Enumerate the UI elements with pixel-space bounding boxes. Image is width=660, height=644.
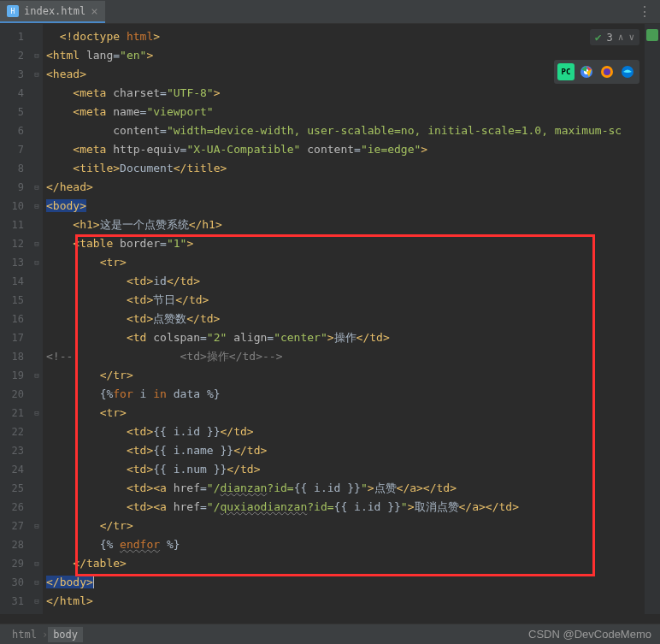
chrome-icon[interactable] xyxy=(578,63,595,80)
pycharm-icon[interactable]: PC xyxy=(557,63,575,80)
breadcrumb-body[interactable]: body xyxy=(48,627,83,642)
fold-end-icon[interactable]: ⊟ xyxy=(34,597,38,606)
fold-icon[interactable]: ⊟ xyxy=(34,202,38,210)
fold-icon[interactable]: ⊟ xyxy=(34,51,38,60)
inspection-count: 3 xyxy=(607,32,613,44)
firefox-icon[interactable] xyxy=(598,63,616,80)
check-icon: ✔ xyxy=(595,31,602,44)
close-icon[interactable]: × xyxy=(91,4,97,18)
fold-gutter: ⊟⊟⊟⊟⊟⊟⊟⊟⊟⊟⊟⊟ xyxy=(31,24,43,614)
edge-icon[interactable] xyxy=(619,63,636,80)
fold-end-icon[interactable]: ⊟ xyxy=(34,578,38,587)
tab-menu-icon[interactable]: ⋮ xyxy=(634,3,655,20)
breadcrumb-html[interactable]: html xyxy=(7,627,42,642)
code-content[interactable]: <!doctype html> <html lang="en"> <head> … xyxy=(43,24,660,614)
inspection-widget[interactable]: ✔ 3 ∧ ∨ xyxy=(590,29,639,45)
fold-end-icon[interactable]: ⊟ xyxy=(34,559,38,568)
html-file-icon: H xyxy=(7,5,19,17)
svg-point-5 xyxy=(604,68,610,75)
chevron-up-icon[interactable]: ∧ xyxy=(618,32,624,43)
tab-bar: H index.html × ⋮ xyxy=(0,0,660,24)
chevron-right-icon: › xyxy=(42,629,48,641)
tab-label: index.html xyxy=(24,5,85,17)
chevron-down-icon[interactable]: ∨ xyxy=(628,32,634,43)
watermark-text: CSDN @DevCodeMemo xyxy=(528,628,651,641)
breadcrumb-bar: html › body CSDN @DevCodeMemo xyxy=(0,623,660,644)
code-editor[interactable]: 1234567891011121314151617181920212223242… xyxy=(0,24,660,614)
file-tab[interactable]: H index.html × xyxy=(0,1,105,23)
fold-end-icon[interactable]: ⊟ xyxy=(34,183,38,192)
fold-end-icon[interactable]: ⊟ xyxy=(34,522,38,530)
fold-icon[interactable]: ⊟ xyxy=(34,409,38,417)
browser-preview-bar: PC xyxy=(554,60,639,84)
fold-icon[interactable]: ⊟ xyxy=(34,239,38,248)
fold-end-icon[interactable]: ⊟ xyxy=(34,371,38,380)
svg-text:H: H xyxy=(11,8,15,15)
line-number-gutter: 1234567891011121314151617181920212223242… xyxy=(0,24,31,614)
fold-icon[interactable]: ⊟ xyxy=(34,258,38,267)
fold-icon[interactable]: ⊟ xyxy=(34,70,38,79)
